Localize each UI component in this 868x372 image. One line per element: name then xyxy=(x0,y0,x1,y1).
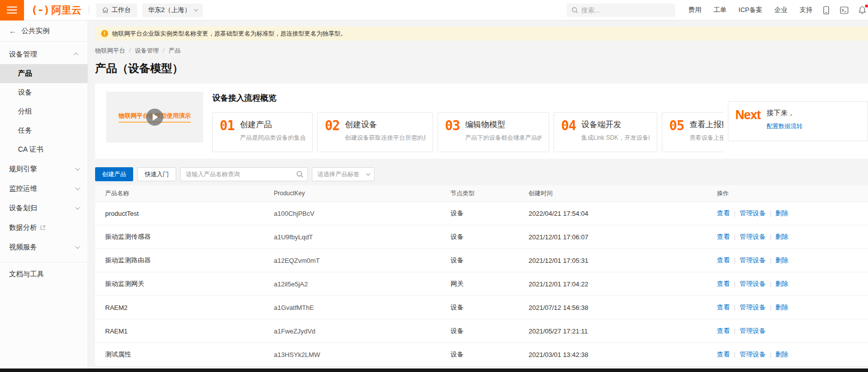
sidebar-item-label: CA 证书 xyxy=(18,145,44,154)
search-icon xyxy=(572,7,578,14)
page-title: 产品（设备模型） xyxy=(95,61,868,76)
sidebar-item-label: 规则引擎 xyxy=(9,165,37,174)
product-key-cell: a1GvatfMThE xyxy=(274,304,451,311)
row-action-link[interactable]: 删除 xyxy=(775,233,788,240)
workbench-button[interactable]: 工作台 xyxy=(96,4,137,17)
topbar-menu-item[interactable]: 支持 xyxy=(799,6,812,15)
breadcrumb-item[interactable]: 产品 xyxy=(169,47,181,55)
topbar-menu-item[interactable]: 工单 xyxy=(713,6,726,15)
sidebar-item[interactable]: 任务 xyxy=(0,121,88,140)
breadcrumb-item[interactable]: 设备管理 xyxy=(135,47,168,55)
col-header-time: 创建时间 xyxy=(529,189,717,198)
row-action-link[interactable]: 管理设备 xyxy=(739,256,765,264)
topbar-divider xyxy=(89,6,89,15)
hamburger-menu-icon[interactable] xyxy=(0,0,24,21)
product-search[interactable] xyxy=(180,167,308,181)
flow-step-card: 01 创建产品 产品是同品类设备的集合 xyxy=(212,112,313,152)
step-title: 编辑物模型 xyxy=(465,120,542,130)
action-separator: | xyxy=(734,280,735,287)
step-number: 01 xyxy=(220,120,234,152)
row-actions-cell: 查看|管理设备|删除 xyxy=(717,209,868,218)
row-action-link[interactable]: 删除 xyxy=(775,303,788,311)
console-icon[interactable] xyxy=(840,7,848,14)
notice-banner-text: 物联网平台企业版实例类型名称变更，原基础型更名为标准型，原连接型更名为独享型。 xyxy=(112,30,346,38)
sidebar-item[interactable]: 分组 xyxy=(0,102,88,121)
main-content: ! 物联网平台企业版实例类型名称变更，原基础型更名为标准型，原连接型更名为独享型… xyxy=(88,21,868,372)
row-action-link[interactable]: 查看 xyxy=(717,327,730,334)
action-separator: | xyxy=(734,350,735,358)
col-header-type: 节点类型 xyxy=(451,189,529,198)
next-link[interactable]: 配置数据流转 xyxy=(766,122,802,131)
quickstart-button[interactable]: 快速入门 xyxy=(137,167,176,181)
back-arrow-icon: ← xyxy=(9,27,17,35)
topbar-menu-item[interactable]: 费用 xyxy=(688,6,701,15)
product-key-cell: a13HSYk2LMW xyxy=(274,351,451,358)
app-icon[interactable] xyxy=(822,6,830,15)
product-key-cell: a1FweZJydVd xyxy=(274,327,451,335)
row-action-link[interactable]: 删除 xyxy=(775,209,788,217)
node-type-cell: 设备 xyxy=(451,209,529,218)
sidebar-item[interactable]: 规则引擎 xyxy=(0,159,88,179)
row-action-link[interactable]: 管理设备 xyxy=(739,280,765,287)
flow-step-card: 03 编辑物模型 产品下的设备都会继承产品的物模型 xyxy=(438,112,549,152)
device-access-flow-card: 物联网平台物模型使用演示 设备接入流程概览 01 创建产品 产品是同品类设备的集… xyxy=(95,84,868,159)
row-actions-cell: 查看|管理设备 xyxy=(717,326,868,335)
step-number: 04 xyxy=(561,120,576,152)
row-action-link[interactable]: 查看 xyxy=(717,350,730,358)
node-type-cell: 设备 xyxy=(451,256,529,265)
row-action-link[interactable]: 查看 xyxy=(717,303,730,311)
global-search-input[interactable] xyxy=(581,7,661,14)
search-icon[interactable] xyxy=(296,171,303,178)
sidebar-item[interactable]: 数据分析 xyxy=(0,218,88,237)
sidebar-item[interactable]: 设备划归 xyxy=(0,198,88,218)
sidebar-item[interactable]: 监控运维 xyxy=(0,179,88,198)
row-action-link[interactable]: 删除 xyxy=(775,350,788,358)
sidebar-item[interactable]: 产品 xyxy=(0,64,88,83)
row-action-link[interactable]: 查看 xyxy=(717,280,730,287)
created-time-cell: 2021/12/01 17:04:22 xyxy=(529,280,717,288)
table-row: productTest a100ChjPBcV 设备 2022/04/21 17… xyxy=(95,202,868,225)
sidebar-back-button[interactable]: ← 公共实例 xyxy=(0,21,88,42)
row-action-link[interactable]: 管理设备 xyxy=(739,233,765,240)
row-action-link[interactable]: 查看 xyxy=(717,256,730,264)
row-action-link[interactable]: 管理设备 xyxy=(739,303,765,311)
play-icon[interactable] xyxy=(146,109,163,126)
flow-steps: 01 创建产品 产品是同品类设备的集合 02 创建设备 创建设备获取连接平台所需 xyxy=(212,112,723,152)
row-actions-cell: 查看|管理设备|删除 xyxy=(717,279,868,288)
col-header-key: ProductKey xyxy=(274,190,451,197)
region-selector[interactable]: 华东2（上海） xyxy=(142,4,203,17)
row-action-link[interactable]: 删除 xyxy=(775,256,788,264)
sidebar-item[interactable]: 文档与工具 xyxy=(0,264,88,284)
topbar-icons xyxy=(822,6,866,15)
create-product-button[interactable]: 创建产品 xyxy=(95,167,133,181)
table-row: RAEM2 a1GvatfMThE 设备 2021/07/12 14:56:38… xyxy=(95,296,868,319)
product-name-cell: RAEM2 xyxy=(95,304,274,311)
breadcrumb-item[interactable]: 物联网平台 xyxy=(95,47,135,55)
aliyun-logo[interactable]: (-) 阿里云 xyxy=(31,4,82,17)
product-search-input[interactable] xyxy=(186,171,296,178)
row-action-link[interactable]: 查看 xyxy=(717,209,730,217)
sidebar-item[interactable]: 视频服务 xyxy=(0,237,88,257)
table-row: 振动监测网关 a12il5e5jA2 网关 2021/12/01 17:04:2… xyxy=(95,272,868,296)
topbar-menu-item[interactable]: 企业 xyxy=(774,6,787,15)
chevron-icon xyxy=(74,53,79,58)
sidebar-item[interactable]: CA 证书 xyxy=(0,140,88,159)
row-action-link[interactable]: 管理设备 xyxy=(739,209,765,217)
video-thumbnail[interactable]: 物联网平台物模型使用演示 xyxy=(106,92,203,143)
row-action-link[interactable]: 查看 xyxy=(717,233,730,240)
topbar-menu-item[interactable]: ICP备案 xyxy=(738,6,762,15)
sidebar-item[interactable]: 设备管理 xyxy=(0,45,88,64)
global-search[interactable] xyxy=(567,4,675,17)
step-title: 创建产品 xyxy=(240,120,305,130)
product-tag-select-value: 请选择产品标签 xyxy=(317,170,359,179)
product-key-cell: a12il5e5jA2 xyxy=(274,280,451,288)
row-action-link[interactable]: 删除 xyxy=(775,280,788,287)
row-action-link[interactable]: 管理设备 xyxy=(739,327,765,334)
sidebar-item[interactable]: 设备 xyxy=(0,83,88,102)
chevron-icon xyxy=(75,166,80,171)
bell-icon[interactable] xyxy=(858,6,866,15)
step-description: 查看设备上报的属性数据 SDK，开发设备端程序 xyxy=(689,134,723,142)
product-tag-select[interactable]: 请选择产品标签 xyxy=(312,167,374,181)
flow-step-card: 04 设备端开发 集成Link SDK，开发设备端程序 xyxy=(554,112,657,152)
row-action-link[interactable]: 管理设备 xyxy=(739,350,765,358)
